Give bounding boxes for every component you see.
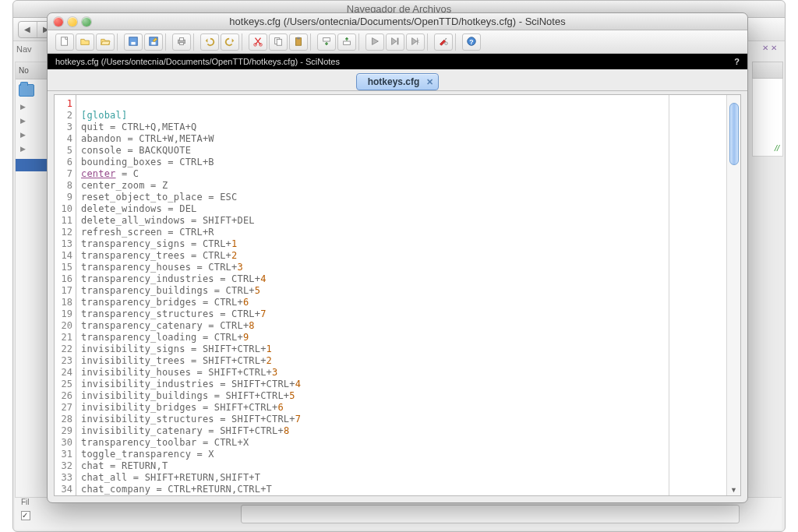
code-line[interactable]: transparency_structures = CTRL+7: [81, 308, 722, 320]
save-as-icon: [148, 36, 159, 48]
code-line[interactable]: [global]: [81, 110, 722, 122]
code-line[interactable]: center_zoom = Z: [81, 180, 722, 192]
line-number: 7: [55, 168, 76, 180]
code-line[interactable]: transparency_bridges = CTRL+6: [81, 297, 722, 308]
help-button[interactable]: ?: [462, 33, 481, 51]
close-window-button[interactable]: [54, 17, 63, 26]
code-line[interactable]: center = C: [81, 168, 722, 180]
folder-icon[interactable]: [19, 84, 34, 97]
disclosure-icon[interactable]: ▶: [20, 117, 44, 125]
prefs-button[interactable]: [434, 33, 453, 51]
scrollbar-thumb[interactable]: [729, 103, 739, 165]
code-line[interactable]: invisibility_industries = SHIFT+CTRL+4: [81, 379, 722, 390]
code-line[interactable]: refresh_screen = CTRL+R: [81, 227, 722, 238]
disclosure-icon[interactable]: ▶: [20, 145, 44, 153]
code-line[interactable]: invisibility_bridges = SHIFT+CTRL+6: [81, 402, 722, 414]
close-x-icon[interactable]: ✕: [771, 44, 777, 52]
line-number: 23: [55, 355, 76, 367]
tab-close-icon[interactable]: ✕: [426, 77, 433, 87]
code-line[interactable]: delete_all_windows = SHIFT+DEL: [81, 215, 722, 227]
code-line[interactable]: chat_all = SHIFT+RETURN,SHIFT+T: [81, 472, 722, 484]
tab-hotkeys[interactable]: hotkeys.cfg ✕: [356, 73, 440, 90]
disclosure-icon[interactable]: ▶: [20, 131, 44, 139]
code-line[interactable]: abandon = CTRL+W,META+W: [81, 133, 722, 145]
code-line[interactable]: chat = RETURN,T: [81, 460, 722, 472]
new-file-button[interactable]: [55, 33, 74, 51]
right-panel-close[interactable]: ✕ ✕: [762, 44, 777, 52]
line-number: 4: [55, 133, 76, 145]
help-icon[interactable]: ?: [734, 57, 740, 66]
code-line[interactable]: console = BACKQUOTE: [81, 145, 722, 157]
paste-button[interactable]: [289, 33, 308, 51]
line-number: 24: [55, 367, 76, 379]
print-button[interactable]: [172, 33, 191, 51]
code-line[interactable]: transparency_loading = CTRL+9: [81, 332, 722, 344]
titlebar[interactable]: hotkeys.cfg (/Users/ontecnia/Documents/O…: [48, 13, 747, 30]
code-line[interactable]: quit = CTRL+Q,META+Q: [81, 122, 722, 133]
line-number: 28: [55, 414, 76, 425]
copy-button[interactable]: [269, 33, 288, 51]
open-folder-button[interactable]: [96, 33, 115, 51]
code-line[interactable]: transparency_trees = CTRL+2: [81, 250, 722, 262]
selected-row[interactable]: [16, 159, 48, 171]
code-editor[interactable]: [global]quit = CTRL+Q,META+Qabandon = CT…: [76, 95, 726, 495]
filter-checkbox[interactable]: [21, 511, 30, 520]
code-line[interactable]: invisibility_structures = SHIFT+CTRL+7: [81, 414, 722, 425]
run-button[interactable]: [365, 33, 384, 51]
svg-rect-14: [323, 37, 330, 41]
line-number: 10: [55, 203, 76, 215]
scroll-down-icon[interactable]: ▼: [730, 486, 738, 494]
line-number: 26: [55, 390, 76, 402]
filter-input[interactable]: [241, 505, 740, 523]
code-line[interactable]: invisibility_houses = SHIFT+CTRL+3: [81, 367, 722, 379]
code-line[interactable]: [81, 98, 722, 110]
save-button[interactable]: [124, 33, 143, 51]
line-number: 16: [55, 273, 76, 285]
line-number: 13: [55, 238, 76, 250]
save-as-button[interactable]: [144, 33, 163, 51]
svg-rect-13: [297, 37, 300, 39]
disclosure-icon[interactable]: ▶: [20, 103, 44, 111]
code-line[interactable]: transparency_industries = CTRL+4: [81, 273, 722, 285]
code-line[interactable]: chat_company = CTRL+RETURN,CTRL+T: [81, 484, 722, 495]
code-line[interactable]: invisibility_buildings = SHIFT+CTRL+5: [81, 390, 722, 402]
code-line[interactable]: invisibility_trees = SHIFT+CTRL+2: [81, 355, 722, 367]
open-file-button[interactable]: [76, 33, 94, 51]
zoom-window-button[interactable]: [82, 17, 91, 26]
undo-button[interactable]: [200, 33, 219, 51]
code-line[interactable]: transparency_toolbar = CTRL+X: [81, 437, 722, 449]
code-line[interactable]: invisibility_signs = SHIFT+CTRL+1: [81, 344, 722, 355]
svg-rect-6: [179, 37, 183, 41]
run-step-button[interactable]: [386, 33, 404, 51]
find-down-button[interactable]: [317, 33, 336, 51]
code-line[interactable]: invisibility_catenary = SHIFT+CTRL+8: [81, 425, 722, 437]
cut-button[interactable]: [249, 33, 267, 51]
minimize-window-button[interactable]: [68, 17, 77, 26]
code-line[interactable]: delete_windows = DEL: [81, 203, 722, 215]
save-icon: [128, 36, 139, 48]
new-file-icon: [59, 36, 70, 48]
code-line[interactable]: transparency_catenary = CTRL+8: [81, 320, 722, 332]
code-line[interactable]: transparency_houses = CTRL+3: [81, 262, 722, 273]
code-line[interactable]: bounding_boxes = CTRL+B: [81, 157, 722, 168]
code-line[interactable]: reset_object_to_place = ESC: [81, 192, 722, 203]
svg-rect-7: [179, 42, 183, 44]
vertical-scrollbar[interactable]: ▼: [726, 95, 740, 495]
code-line[interactable]: transparency_signs = CTRL+1: [81, 238, 722, 250]
line-number: 1: [55, 98, 76, 110]
scinotes-window: hotkeys.cfg (/Users/ontecnia/Documents/O…: [47, 12, 748, 503]
back-icon[interactable]: ◀: [19, 22, 37, 37]
code-line[interactable]: transparency_buildings = CTRL+5: [81, 285, 722, 297]
line-number: 21: [55, 332, 76, 344]
line-number: 20: [55, 320, 76, 332]
run-into-button[interactable]: [406, 33, 425, 51]
editor-frame: 1234567891011121314151617181920212223242…: [54, 94, 741, 496]
find-up-button[interactable]: [337, 33, 356, 51]
line-number: 25: [55, 379, 76, 390]
close-x-icon[interactable]: ✕: [762, 44, 768, 52]
sidebar-header: No: [16, 62, 48, 79]
paste-icon: [293, 36, 304, 48]
redo-icon: [224, 36, 235, 48]
code-line[interactable]: toggle_transparency = X: [81, 449, 722, 460]
redo-button[interactable]: [221, 33, 239, 51]
